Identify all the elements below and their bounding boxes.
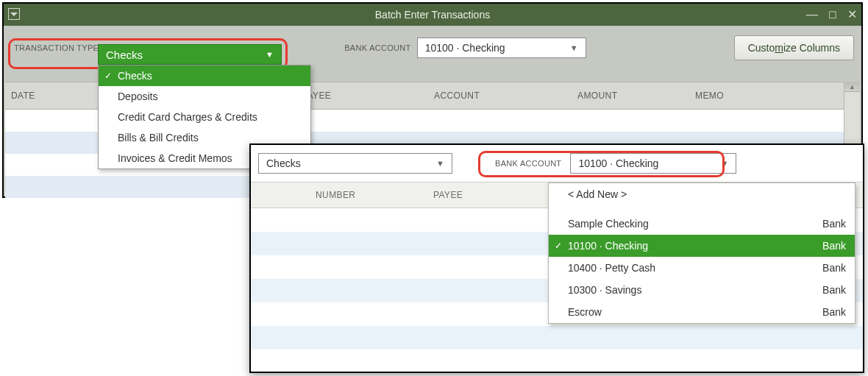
chevron-down-icon: ▼ — [570, 43, 578, 52]
menu-item-10300-savings[interactable]: 10300 · Savings Bank — [549, 279, 855, 301]
bank-account-dropdown-a[interactable]: 10100 · Checking ▼ — [417, 38, 586, 58]
menu-item-cc-charges[interactable]: Credit Card Charges & Credits — [99, 107, 310, 127]
transaction-type-dropdown[interactable]: Checks ▼ — [98, 44, 282, 65]
menu-item-escrow[interactable]: Escrow Bank — [549, 301, 855, 323]
col-memo[interactable]: MEMO — [689, 91, 844, 101]
table-row[interactable] — [251, 326, 863, 350]
col-account[interactable]: ACCOUNT — [428, 91, 572, 101]
menu-item-checks[interactable]: Checks — [99, 65, 310, 86]
minimize-icon[interactable]: — — [806, 9, 818, 21]
toolbar-b: Checks ▼ BANK ACCOUNT 10100 · Checking ▼ — [251, 145, 863, 182]
customize-columns-button[interactable]: Customize Columns — [734, 35, 854, 60]
bank-account-overlay: Checks ▼ BANK ACCOUNT 10100 · Checking ▼… — [249, 143, 864, 373]
menu-spacer — [549, 205, 855, 213]
bank-account-menu: < Add New > Sample Checking Bank 10100 ·… — [548, 182, 855, 324]
col-number[interactable]: NUMBER — [310, 190, 427, 200]
bank-account-value-b: 10100 · Checking — [578, 157, 658, 169]
bank-account-value-a: 10100 · Checking — [425, 42, 505, 54]
menu-item-deposits[interactable]: Deposits — [99, 86, 310, 107]
bank-account-label-b: BANK ACCOUNT — [495, 159, 561, 168]
window-menu-icon[interactable] — [8, 8, 20, 20]
bank-account-label-a: BANK ACCOUNT — [344, 43, 410, 52]
scroll-up-icon[interactable] — [844, 82, 860, 92]
close-icon[interactable]: ✕ — [847, 9, 857, 21]
svg-marker-0 — [10, 13, 18, 16]
window-title: Batch Enter Transactions — [375, 9, 490, 21]
col-payee[interactable]: PAYEE — [296, 91, 428, 101]
transaction-type-value-b: Checks — [266, 157, 301, 169]
col-amount[interactable]: AMOUNT — [572, 91, 689, 101]
transaction-type-dropdown-b[interactable]: Checks ▼ — [258, 153, 452, 174]
chevron-down-icon: ▼ — [721, 159, 729, 168]
titlebar: Batch Enter Transactions — ☐ ✕ — [4, 4, 861, 26]
transaction-type-value: Checks — [106, 49, 143, 61]
table-row[interactable] — [251, 350, 863, 373]
bank-account-dropdown-b[interactable]: 10100 · Checking ▼ — [570, 153, 736, 174]
chevron-down-icon: ▼ — [436, 159, 444, 168]
menu-item-add-new[interactable]: < Add New > — [549, 183, 855, 205]
maximize-icon[interactable]: ☐ — [828, 10, 837, 20]
menu-item-sample-checking[interactable]: Sample Checking Bank — [549, 213, 855, 235]
transaction-type-label: TRANSACTION TYPE — [14, 43, 99, 52]
menu-item-10400-petty-cash[interactable]: 10400 · Petty Cash Bank — [549, 257, 855, 279]
chevron-down-icon: ▼ — [266, 50, 274, 59]
menu-item-10100-checking[interactable]: 10100 · Checking Bank — [549, 235, 855, 257]
